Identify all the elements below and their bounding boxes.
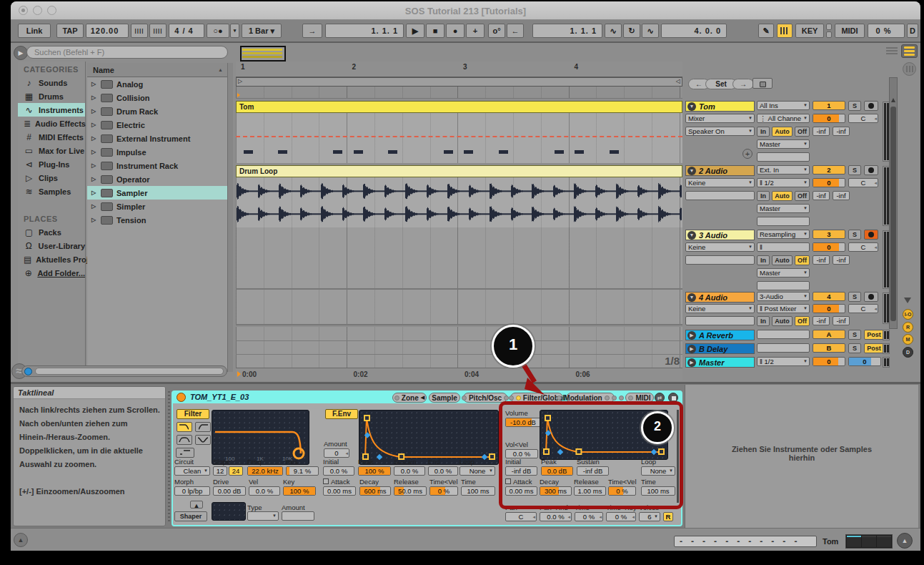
punch-out-marker-icon[interactable]: ◁ [676,78,680,84]
automation-control-chooser[interactable] [685,191,755,200]
arm-button[interactable] [864,230,878,240]
mixer-toggle-d[interactable]: D [903,347,913,358]
midi-note[interactable] [333,150,342,154]
browser-scrollbar[interactable] [227,63,233,372]
audio-clip-title[interactable]: Drum Loop [236,165,682,177]
tempo-display[interactable]: 120.00 [86,24,129,38]
midi-note[interactable] [244,150,253,154]
solo-button[interactable]: S [848,165,861,175]
track-name-4-audio[interactable]: ▼4 Audio [685,292,755,303]
midi-note[interactable] [464,150,473,154]
disclosure-icon[interactable]: ▷ [91,94,97,101]
input-type-chooser[interactable]: All Ins▼ [757,101,810,110]
master-volume[interactable]: 0 [813,357,845,366]
param-fenv-time-vel[interactable]: 0 % [429,486,458,496]
send-b-amount[interactable]: -inf [833,316,850,325]
preview-bar[interactable] [21,365,227,377]
search-input[interactable] [26,46,228,59]
param-vol-initial[interactable]: -inf dB [505,466,537,476]
solo-button[interactable]: S [848,330,861,340]
track-lane-master[interactable]: 1/8 [236,355,682,368]
return-track-name-b-delay[interactable]: ▶B Delay [685,343,755,354]
volume-slider[interactable]: 0 [813,114,845,123]
mixer-toggle-i-o[interactable]: I-O [903,309,913,320]
pre-post-toggle[interactable]: Post [864,330,884,340]
browser-item-collision[interactable]: ▷Collision [87,91,227,104]
punch-in-display[interactable]: 1. 1. 1 [532,24,602,38]
pan-knob[interactable]: C◂ [848,114,878,123]
monitor-off-button[interactable]: Off [795,316,810,326]
locator-next-button[interactable]: → [732,79,754,89]
sidebar-item-samples[interactable]: ≋Samples [18,185,85,198]
hide-device-view-icon[interactable]: ▲ [897,533,913,549]
solo-button[interactable]: S [848,292,861,302]
param-vol-peak[interactable]: 0.0 dB [541,466,573,476]
browser-item-instrument-rack[interactable]: ▷Instrument Rack [87,159,227,172]
pan-knob[interactable]: C◂ [848,242,878,252]
output-type-chooser[interactable]: Master▼ [757,268,810,277]
loop-length-display[interactable]: 4. 0. 0 [661,24,727,38]
show-info-toggle-icon[interactable]: ▲ [14,533,28,547]
scrollbar-thumb[interactable] [890,107,896,321]
groove-amount-2[interactable]: |||| [149,24,167,38]
pre-post-toggle[interactable]: Post [864,343,884,353]
param-fenv-attack[interactable]: 0.00 ms [323,486,356,496]
param-global-pan[interactable]: C◂ [505,512,537,521]
midi-note[interactable] [499,150,508,154]
groove-amount-1[interactable]: |||| [131,24,148,38]
send-a-amount[interactable]: -inf [813,316,830,325]
track-number[interactable]: 1 [813,101,845,110]
automation-device-chooser[interactable]: Keine▼ [685,178,755,187]
record-button[interactable]: ● [446,24,465,38]
shaper-type-chooser[interactable]: ▼ [247,511,279,521]
disclosure-icon[interactable]: ▷ [91,217,97,223]
solo-button[interactable]: S [848,230,861,240]
overdub-button[interactable]: + [466,24,485,38]
pan-knob[interactable]: C◂ [848,304,878,313]
return-track-name-a-reverb[interactable]: ▶A Reverb [685,330,755,340]
monitor-auto-button[interactable]: Auto [772,255,793,265]
monitor-auto-button[interactable]: Auto [772,191,793,201]
midi-note[interactable] [354,150,363,154]
param-fenv-release[interactable]: 50.0 ms [394,486,427,496]
param-filter-vel[interactable]: 0.0 % [249,486,280,496]
browser-item-analog[interactable]: ▷Analog [87,77,227,91]
input-channel-chooser[interactable]: ‖ Post Mixer▼ [757,304,810,313]
filter-envelope-display[interactable] [359,410,499,465]
param-fenv-loop[interactable]: None▼ [459,466,495,476]
output-channel-chooser[interactable] [757,217,810,226]
browser-item-tension[interactable]: ▷Tension [87,213,227,227]
sidebar-item-clips[interactable]: ▷Clips [18,171,85,185]
browser-list-header[interactable]: Name ▲ [87,63,227,77]
track-number[interactable]: 4 [813,292,845,301]
send-a-amount[interactable]: -inf [813,127,830,136]
midi-clip-title[interactable]: Tom [236,101,682,113]
param-vol-time[interactable]: 100 ms [641,486,675,496]
param-filter-circuit[interactable]: Clean▼ [174,466,210,476]
browser-item-electric[interactable]: ▷Electric [87,118,227,132]
monitor-off-button[interactable]: Off [795,191,810,201]
reenable-automation-button[interactable]: o° [488,24,505,38]
track-lane-3audio[interactable] [236,227,682,290]
metronome-button[interactable]: ○● [207,24,229,38]
disclosure-icon[interactable]: ▷ [91,149,97,155]
sidebar-item-add-folder-[interactable]: ⊕Add Folder... [18,266,85,280]
hot-swap-icon[interactable]: ⇄ [655,393,665,403]
link-button[interactable]: Link [18,24,51,38]
overview-zoom-icon[interactable] [886,46,898,56]
output-type-chooser[interactable]: Master▼ [757,204,810,213]
disclosure-icon[interactable]: ▷ [91,190,97,196]
time-ruler[interactable]: 0:000:020:040:06 [236,368,682,380]
punch-in-switch[interactable]: ∿ [605,24,622,38]
add-automation-lane-button[interactable]: + [742,149,752,159]
midi-map-button[interactable]: MIDI [835,24,865,38]
input-channel-chooser[interactable]: ‖ [757,242,810,252]
return-track-number[interactable]: B [813,343,845,353]
disclosure-icon[interactable]: ▷ [91,81,97,87]
track-fold-icon[interactable]: ▶ [687,345,696,353]
retrigger-button[interactable]: R [663,512,673,521]
browser-item-drum-rack[interactable]: ▷Drum Rack [87,104,227,118]
monitor-in-button[interactable]: In [757,191,770,201]
sidebar-item-instruments[interactable]: ∿Instruments [18,103,85,117]
input-type-chooser[interactable]: Ext. In▼ [757,165,810,175]
